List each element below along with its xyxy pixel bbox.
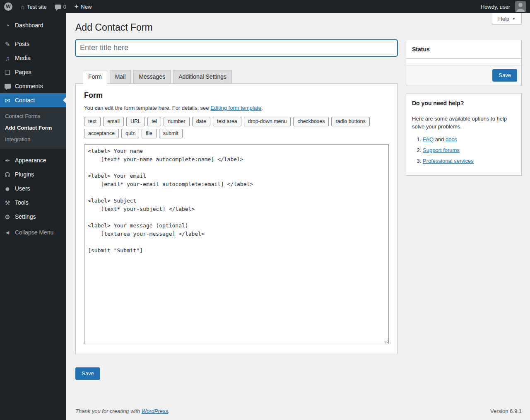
menu-separator (0, 149, 66, 153)
tag-button-email[interactable]: email (103, 117, 124, 126)
wordpress-menu[interactable]: W (0, 0, 17, 13)
docs-link[interactable]: docs (446, 136, 457, 142)
tab-messages[interactable]: Messages (133, 70, 171, 83)
howdy-label: Howdy, user (481, 4, 510, 10)
help-label: Help (498, 16, 509, 22)
menu-separator (0, 32, 66, 37)
sidebar-item-label: Dashboard (15, 22, 43, 29)
settings-icon: ⚙ (3, 214, 12, 220)
collapse-menu-button[interactable]: ◀ Collapse Menu (0, 225, 66, 239)
admin-sidebar: ◔ Dashboard ✎ Posts ♫ Media ❏ Pages Comm… (0, 13, 66, 420)
sidebar-subitem-integration[interactable]: Integration (0, 134, 66, 145)
status-box-title: Status (406, 40, 521, 59)
form-description-period: . (261, 105, 263, 111)
sidebar-subitem-add-contact-form[interactable]: Add Contact Form (0, 122, 66, 134)
sidebar-item-appearance[interactable]: ✒ Appearance (0, 153, 66, 167)
status-save-button[interactable]: Save (492, 69, 517, 82)
title-input[interactable] (75, 40, 398, 56)
tag-button-drop-down-menu[interactable]: drop-down menu (244, 117, 291, 126)
sidebar-item-pages[interactable]: ❏ Pages (0, 65, 66, 79)
sidebar-item-label: Pages (15, 68, 31, 76)
tag-button-text-area[interactable]: text area (213, 117, 241, 126)
sidebar-item-label: Users (15, 185, 30, 192)
help-button[interactable]: Help ▼ (492, 13, 522, 25)
tag-button-file[interactable]: file (142, 129, 157, 138)
wordpress-link[interactable]: WordPress (142, 408, 168, 414)
new-content-button[interactable]: + New (70, 0, 96, 13)
comments-bubble-icon (55, 5, 61, 9)
tag-button-radio-buttons[interactable]: radio buttons (331, 117, 369, 126)
dashboard-icon: ◔ (3, 22, 12, 29)
tag-button-acceptance[interactable]: acceptance (84, 129, 119, 138)
side-column: Status Save Do you need help? Here are s… (406, 40, 522, 184)
faq-docs-separator: and (434, 136, 446, 142)
page-title: Add Contact Form (75, 13, 522, 36)
comments-link[interactable]: 0 (51, 0, 70, 13)
contact-submenu: Contact Forms Add Contact Form Integrati… (0, 107, 66, 149)
appearance-icon: ✒ (3, 157, 12, 164)
sidebar-item-contact[interactable]: ✉ Contact (0, 93, 66, 107)
media-icon: ♫ (3, 55, 12, 61)
tab-form[interactable]: Form (83, 70, 107, 84)
howdy-menu[interactable]: Howdy, user (477, 0, 530, 13)
content-area: Help ▼ Add Contact Form Form Mail Messag… (66, 0, 530, 420)
sidebar-item-settings[interactable]: ⚙ Settings (0, 210, 66, 224)
help-box-body: Here are some available options to help … (406, 115, 521, 175)
admin-bar: W ⌂ Test site 0 + New Howdy, user (0, 0, 530, 13)
sidebar-item-label: Settings (15, 213, 36, 220)
tab-mail[interactable]: Mail (110, 70, 131, 83)
plugins-icon: ☊ (3, 171, 12, 178)
sidebar-item-plugins[interactable]: ☊ Plugins (0, 167, 66, 181)
comment-count: 0 (63, 4, 66, 10)
sidebar-item-label: Plugins (15, 171, 34, 178)
help-intro: Here are some available options to help … (412, 115, 516, 130)
form-description: You can edit the form template here. For… (84, 105, 389, 111)
sidebar-subitem-contact-forms[interactable]: Contact Forms (0, 111, 66, 122)
tag-button-text[interactable]: text (84, 117, 101, 126)
tag-button-quiz[interactable]: quiz (121, 129, 139, 138)
sidebar-item-label: Appearance (15, 157, 46, 164)
form-description-text: You can edit the form template here. For… (84, 105, 210, 111)
collapse-label: Collapse Menu (15, 229, 53, 236)
help-option-support-forums: Support forums (423, 147, 516, 153)
help-box-title: Do you need help? (406, 94, 521, 112)
pages-icon: ❏ (3, 69, 12, 75)
sidebar-item-media[interactable]: ♫ Media (0, 51, 66, 65)
tag-generator-buttons: text email URL tel number date text area… (84, 117, 389, 138)
sidebar-item-label: Contact (15, 97, 35, 104)
professional-services-link[interactable]: Professional services (423, 158, 474, 164)
home-icon: ⌂ (21, 4, 24, 10)
sidebar-item-users[interactable]: ☻ Users (0, 181, 66, 196)
site-name-label: Test site (27, 4, 47, 10)
footer-version: Version 6.9.1 (490, 408, 522, 414)
tag-button-url[interactable]: URL (126, 117, 145, 126)
tag-button-tel[interactable]: tel (147, 117, 161, 126)
comments-icon (3, 83, 12, 89)
tab-additional-settings[interactable]: Additional Settings (173, 70, 232, 83)
faq-link[interactable]: FAQ (423, 136, 434, 142)
tag-button-date[interactable]: date (192, 117, 210, 126)
comment-bubble-shape (5, 84, 11, 89)
tag-button-checkboxes[interactable]: checkboxes (293, 117, 329, 126)
collapse-icon: ◀ (3, 230, 12, 235)
form-panel-title: Form (84, 91, 389, 100)
support-forums-link[interactable]: Support forums (423, 147, 460, 153)
sidebar-item-label: Tools (15, 199, 29, 206)
help-option-professional-services: Professional services (423, 158, 516, 164)
form-template-textarea[interactable]: <label> Your name [text* your-name autoc… (84, 144, 389, 344)
tag-button-submit[interactable]: submit (159, 129, 183, 138)
tag-button-number[interactable]: number (164, 117, 189, 126)
admin-bar-left: W ⌂ Test site 0 + New (0, 0, 96, 13)
sidebar-item-posts[interactable]: ✎ Posts (0, 37, 66, 51)
sidebar-item-dashboard[interactable]: ◔ Dashboard (0, 18, 66, 32)
sidebar-item-tools[interactable]: ⚒ Tools (0, 196, 66, 210)
users-icon: ☻ (3, 186, 12, 192)
editing-form-template-link[interactable]: Editing form template (210, 105, 261, 111)
sidebar-item-label: Comments (15, 82, 43, 90)
save-button[interactable]: Save (75, 367, 100, 380)
wordpress-logo-icon: W (4, 2, 12, 11)
site-name-link[interactable]: ⌂ Test site (17, 0, 51, 13)
chevron-down-icon: ▼ (512, 17, 516, 21)
sidebar-item-comments[interactable]: Comments (0, 79, 66, 93)
help-box: Do you need help? Here are some availabl… (406, 94, 522, 176)
